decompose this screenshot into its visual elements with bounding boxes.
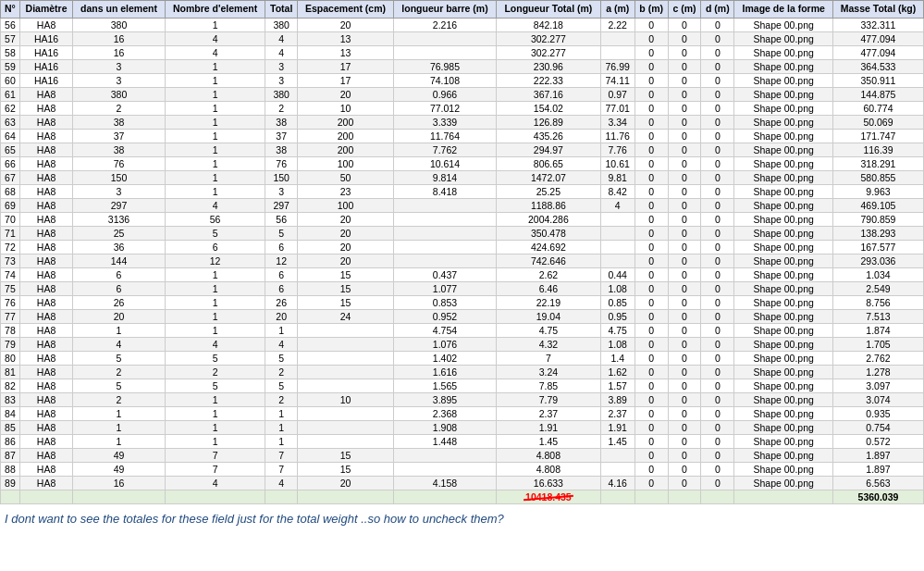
table-cell: Shape 00.png bbox=[734, 129, 833, 143]
table-cell: HA16 bbox=[19, 31, 72, 45]
table-cell: 4 bbox=[265, 45, 298, 59]
table-cell: 367.16 bbox=[497, 87, 601, 101]
table-cell: 7 bbox=[265, 462, 298, 476]
table-cell: 1.45 bbox=[497, 434, 601, 448]
table-cell: 1.402 bbox=[393, 351, 496, 365]
table-cell: 116.39 bbox=[832, 143, 923, 156]
table-cell: 2.37 bbox=[497, 406, 601, 420]
table-cell: 0 bbox=[634, 240, 668, 254]
table-cell bbox=[600, 212, 634, 226]
table-cell: 7 bbox=[497, 351, 601, 365]
table-cell: 0 bbox=[634, 156, 668, 170]
table-cell: 0 bbox=[701, 226, 734, 240]
table-cell: Shape 00.png bbox=[734, 101, 833, 115]
table-cell: Shape 00.png bbox=[734, 226, 833, 240]
table-cell: Shape 00.png bbox=[734, 420, 833, 434]
table-cell: 0 bbox=[634, 87, 668, 101]
table-cell: 1 bbox=[165, 406, 265, 420]
table-cell: 7 bbox=[165, 448, 265, 462]
table-cell: 0.572 bbox=[832, 434, 923, 448]
table-cell: 0 bbox=[634, 18, 668, 31]
table-cell: 89 bbox=[1, 476, 20, 490]
col-header-num: N° bbox=[1, 1, 20, 19]
table-cell: 0 bbox=[668, 198, 701, 212]
table-cell: 0 bbox=[634, 476, 668, 490]
table-cell: HA8 bbox=[19, 392, 72, 406]
table-cell: 100 bbox=[298, 198, 394, 212]
table-cell: 0 bbox=[701, 448, 734, 462]
table-cell: 13 bbox=[298, 45, 394, 59]
table-cell: 4.808 bbox=[497, 448, 601, 462]
table-cell: 2 bbox=[73, 392, 165, 406]
table-cell: 3.339 bbox=[393, 115, 496, 129]
table-cell: 60 bbox=[1, 73, 20, 87]
table-cell: 0 bbox=[668, 281, 701, 295]
table-cell: 7.513 bbox=[832, 309, 923, 323]
table-cell: HA16 bbox=[19, 59, 72, 73]
table-cell: 16.633 bbox=[497, 476, 601, 490]
table-cell: HA8 bbox=[19, 101, 72, 115]
table-cell bbox=[298, 323, 394, 337]
total-cell bbox=[600, 490, 634, 503]
table-cell: 1 bbox=[165, 143, 265, 156]
table-cell: 380 bbox=[265, 18, 298, 31]
table-cell bbox=[393, 212, 496, 226]
table-cell: 1.034 bbox=[832, 267, 923, 281]
table-cell: 1.908 bbox=[393, 420, 496, 434]
total-row: 10418.4355360.039 bbox=[1, 490, 924, 503]
table-cell: 0 bbox=[668, 406, 701, 420]
table-cell: 3 bbox=[265, 184, 298, 198]
table-cell bbox=[393, 240, 496, 254]
table-cell: HA8 bbox=[19, 295, 72, 309]
table-cell: 37 bbox=[265, 129, 298, 143]
table-cell: 1 bbox=[165, 420, 265, 434]
table-cell: HA8 bbox=[19, 434, 72, 448]
table-cell: 1 bbox=[265, 323, 298, 337]
total-cell bbox=[1, 490, 20, 503]
table-cell: 63 bbox=[1, 115, 20, 129]
table-cell: Shape 00.png bbox=[734, 448, 833, 462]
table-cell: 1.076 bbox=[393, 337, 496, 351]
table-cell: 9.963 bbox=[832, 184, 923, 198]
table-cell: 424.692 bbox=[497, 240, 601, 254]
col-header-masse: Masse Total (kg) bbox=[832, 1, 923, 19]
table-cell: 0 bbox=[668, 240, 701, 254]
table-cell: 1 bbox=[265, 420, 298, 434]
table-cell: Shape 00.png bbox=[734, 184, 833, 198]
table-cell: 6.563 bbox=[832, 476, 923, 490]
table-cell: 1 bbox=[73, 434, 165, 448]
table-cell: 68 bbox=[1, 184, 20, 198]
table-cell: 380 bbox=[265, 87, 298, 101]
table-cell: 0 bbox=[634, 184, 668, 198]
table-cell: 8.756 bbox=[832, 295, 923, 309]
table-cell: 0 bbox=[634, 281, 668, 295]
table-cell: 4 bbox=[165, 198, 265, 212]
total-cell bbox=[19, 490, 72, 503]
table-cell: 0 bbox=[634, 434, 668, 448]
table-cell: 76 bbox=[265, 156, 298, 170]
table-cell: 50 bbox=[298, 170, 394, 184]
table-cell: 69 bbox=[1, 198, 20, 212]
table-cell: 4 bbox=[265, 31, 298, 45]
table-cell: 72 bbox=[1, 240, 20, 254]
table-cell bbox=[393, 31, 496, 45]
table-cell: 86 bbox=[1, 434, 20, 448]
table-cell: 1 bbox=[73, 420, 165, 434]
col-header-a: a (m) bbox=[600, 1, 634, 19]
table-cell: HA8 bbox=[19, 18, 72, 31]
table-cell: 0 bbox=[701, 31, 734, 45]
table-cell: 62 bbox=[1, 101, 20, 115]
table-cell: 56 bbox=[165, 212, 265, 226]
table-cell: Shape 00.png bbox=[734, 73, 833, 87]
table-cell: Shape 00.png bbox=[734, 337, 833, 351]
table-cell bbox=[600, 254, 634, 267]
table-cell: HA8 bbox=[19, 87, 72, 101]
table-cell: 17 bbox=[298, 73, 394, 87]
table-cell: 0 bbox=[668, 170, 701, 184]
table-cell: HA16 bbox=[19, 73, 72, 87]
table-cell: 4.16 bbox=[600, 476, 634, 490]
table-cell bbox=[298, 365, 394, 379]
table-cell: 1.08 bbox=[600, 337, 634, 351]
table-cell: 0 bbox=[701, 101, 734, 115]
table-cell: 5 bbox=[165, 226, 265, 240]
